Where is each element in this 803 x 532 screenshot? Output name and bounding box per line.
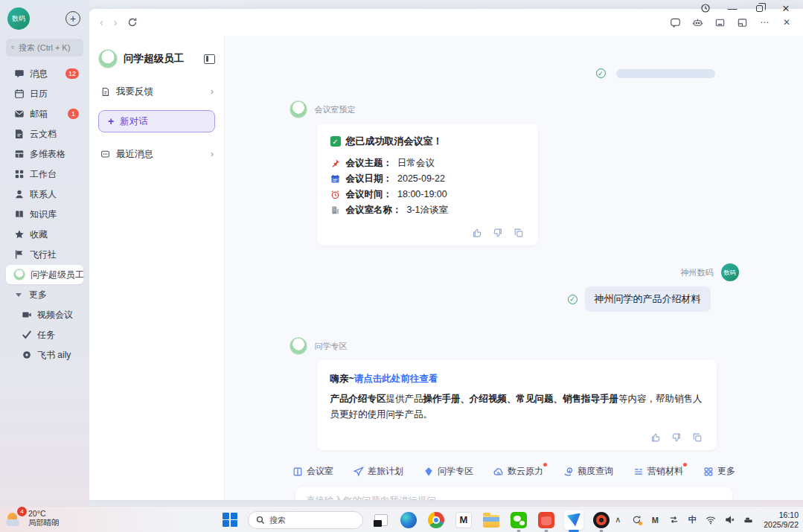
edge-app[interactable] — [399, 510, 418, 530]
mail-icon — [13, 109, 25, 120]
go-view-link[interactable]: 请点击此处前往查看 — [354, 374, 438, 384]
wechat-icon — [511, 512, 527, 528]
chat-scroll-area[interactable]: ✓ 会议室预定 ✓ 您已成功 — [225, 36, 803, 459]
sidebar-item-label: 飞行社 — [30, 249, 57, 261]
m-app[interactable]: M — [454, 510, 473, 530]
close-button[interactable]: ✕ — [775, 1, 797, 16]
tray-expand-icon[interactable]: ∧ — [612, 514, 624, 526]
bot-avatar[interactable] — [289, 337, 307, 355]
copy-icon[interactable] — [692, 432, 703, 443]
user-message-bubble[interactable]: 神州问学的产品介绍材料 — [585, 286, 711, 312]
minimize-button[interactable]: — — [721, 1, 743, 16]
building-icon — [330, 205, 341, 216]
check-icon — [21, 330, 32, 341]
taskbar-search-input[interactable] — [269, 516, 344, 525]
close-panel-icon[interactable]: ✕ — [781, 16, 793, 28]
tray-m-icon[interactable]: M — [649, 514, 661, 526]
screen: — ✕ 数码 + 消息 12 日历 邮箱 1 云文档 — [0, 0, 803, 532]
thumbs-up-icon[interactable] — [650, 432, 662, 443]
sidebar-item-video-meeting[interactable]: 视频会议 — [13, 305, 83, 324]
thumbs-down-icon[interactable] — [671, 432, 682, 443]
ime-indicator[interactable]: 中 — [686, 514, 698, 526]
folder-icon — [483, 515, 499, 528]
start-button[interactable] — [220, 510, 240, 530]
message-bubble-icon[interactable] — [669, 16, 681, 28]
recent-messages-item[interactable]: 最近消息 › — [98, 143, 215, 165]
message-input[interactable] — [306, 496, 722, 500]
panel-toggle-icon[interactable] — [204, 54, 215, 64]
sidebar-item-aily[interactable]: 飞书 aily — [13, 345, 83, 365]
quick-travel-plan[interactable]: 差旅计划 — [353, 465, 403, 478]
plus-icon: + — [108, 115, 114, 127]
sidebar-item-mail[interactable]: 邮箱 1 — [6, 104, 83, 124]
weather-widget[interactable]: 4 20°C 局部晴朗 — [6, 509, 60, 527]
restore-icon — [756, 5, 763, 12]
table-icon — [13, 149, 25, 160]
read-check-icon: ✓ — [568, 295, 578, 304]
copy-icon[interactable] — [514, 227, 525, 238]
device-icon[interactable] — [742, 514, 754, 526]
quick-quota-query[interactable]: 额度查询 — [563, 465, 613, 478]
more-icon[interactable]: ⋯ — [758, 16, 770, 28]
sidebar-item-wenxue-agent[interactable]: 问学超级员工 — [6, 265, 83, 284]
notification-dot — [543, 463, 547, 467]
sidebar-item-label: 多维表格 — [30, 148, 65, 161]
wifi-icon[interactable] — [705, 514, 717, 526]
bot-avatar[interactable] — [289, 100, 307, 118]
quick-more[interactable]: 更多 — [703, 465, 735, 478]
quick-marketing-materials[interactable]: 营销材料 — [633, 465, 683, 478]
sidebar-search-input[interactable] — [19, 43, 78, 52]
loading-message-row: ✓ — [289, 68, 739, 78]
task-view-button[interactable] — [371, 510, 391, 530]
feedback-item[interactable]: 我要反馈 › — [98, 80, 215, 103]
forward-icon[interactable]: › — [114, 16, 118, 28]
sidebar-item-label: 工作台 — [30, 168, 57, 181]
quick-shuyun-power[interactable]: 数云原力 — [493, 465, 543, 478]
new-chat-button[interactable]: + 新对话 — [98, 110, 215, 132]
user-avatar[interactable]: 数码 — [721, 263, 739, 281]
thumbs-down-icon[interactable] — [493, 227, 504, 238]
volume-muted-icon[interactable] — [723, 514, 735, 526]
sent-check-icon: ✓ — [596, 68, 606, 78]
sidebar-item-workbench[interactable]: 工作台 — [6, 164, 83, 184]
sidebar-item-docs[interactable]: 云文档 — [6, 124, 83, 144]
back-icon[interactable]: ‹ — [100, 16, 103, 28]
sidebar-item-messages[interactable]: 消息 12 — [6, 64, 83, 83]
sidebar-item-calendar[interactable]: 日历 — [6, 84, 83, 103]
sidebar-search[interactable] — [6, 39, 83, 57]
feishu-app[interactable] — [564, 510, 583, 530]
network-transfer-icon[interactable] — [668, 514, 679, 526]
sidebar-item-label: 飞书 aily — [37, 349, 71, 362]
add-button[interactable]: + — [65, 11, 80, 26]
taskbar-search[interactable] — [248, 511, 363, 529]
sync-icon[interactable] — [630, 514, 642, 526]
window-icon[interactable] — [714, 16, 726, 28]
sidebar-item-favorites[interactable]: 收藏 — [6, 225, 83, 244]
sidebar-item-label: 日历 — [30, 88, 48, 100]
robot-icon[interactable] — [691, 16, 703, 28]
book-icon — [13, 209, 25, 220]
quick-wenxue-zone[interactable]: 问学专区 — [423, 465, 473, 478]
taskbar-clock[interactable]: 16:10 2025/9/22 — [764, 510, 799, 530]
wechat-app[interactable] — [509, 510, 528, 530]
history-icon[interactable] — [694, 1, 717, 16]
recorder-app[interactable] — [592, 510, 611, 530]
red-app[interactable] — [537, 510, 556, 530]
sidebar-item-contacts[interactable]: 联系人 — [6, 185, 83, 204]
refresh-icon[interactable] — [127, 17, 138, 28]
sidebar-item-wiki[interactable]: 知识库 — [6, 205, 83, 224]
user-avatar[interactable]: 数码 — [7, 7, 30, 30]
sidebar-item-base[interactable]: 多维表格 — [6, 144, 83, 164]
sidebar-item-more[interactable]: 更多 — [6, 285, 83, 304]
thumbs-up-icon[interactable] — [472, 227, 483, 238]
sidebar-item-flight-club[interactable]: 飞行社 — [6, 245, 83, 264]
diamond-icon — [423, 467, 434, 477]
quick-meeting-room[interactable]: 会议室 — [292, 465, 333, 478]
layout-icon[interactable] — [736, 16, 748, 28]
sidebar-item-tasks[interactable]: 任务 — [13, 325, 83, 344]
file-explorer-app[interactable] — [482, 510, 501, 530]
field-value: 3-1洽谈室 — [407, 202, 449, 218]
calendar-icon — [13, 89, 25, 100]
restore-button[interactable] — [748, 1, 770, 16]
chrome-app[interactable] — [426, 510, 446, 530]
